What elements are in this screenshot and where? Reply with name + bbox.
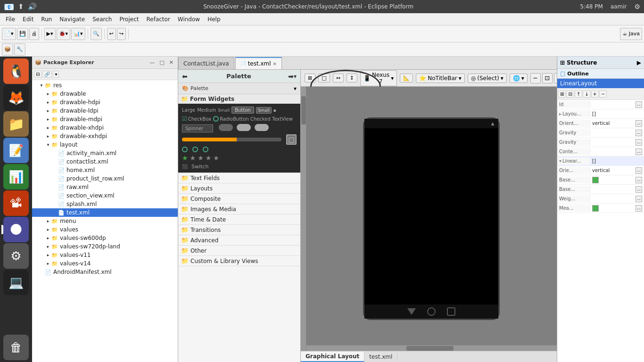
prop-value-gravity1[interactable]: … xyxy=(590,129,644,137)
prop-more-orie[interactable]: … xyxy=(636,167,642,174)
profile-btn[interactable]: 📊▾ xyxy=(71,28,85,40)
menu-refactor[interactable]: Refactor xyxy=(142,15,173,24)
tab-xml-source[interactable]: test.xml xyxy=(364,352,397,362)
dock-spreadsheet[interactable]: 📊 xyxy=(3,164,29,189)
palette-cat-other[interactable]: 📁 Other xyxy=(178,246,300,256)
tree-item-androidmanifest[interactable]: ▸ 📄 AndroidManifest.xml xyxy=(32,268,178,276)
save-btn[interactable]: 💾 xyxy=(17,28,28,40)
tab-testxml[interactable]: 📄 test.xml ✕ xyxy=(235,57,282,69)
structure-linearlayout[interactable]: LinearLayout xyxy=(557,79,644,89)
debug-btn[interactable]: 🐞▾ xyxy=(57,28,71,40)
dock-settings[interactable]: ⚙ xyxy=(3,243,29,269)
zoom-in-btn[interactable]: + xyxy=(554,73,557,83)
toolbar2-btn2[interactable]: 🔧 xyxy=(14,43,25,56)
prop-btn4[interactable]: ↓ xyxy=(583,90,590,98)
screen-size-btn[interactable]: 📐 xyxy=(400,74,413,82)
palette-cat-images-media[interactable]: 📁 Images & Media xyxy=(178,204,300,214)
menu-edit[interactable]: Edit xyxy=(19,15,37,24)
tree-item-raw[interactable]: ▸ 📄 raw.xml xyxy=(32,183,178,191)
prop-btn5[interactable]: + xyxy=(591,90,599,98)
menu-run[interactable]: Run xyxy=(37,15,56,24)
dock-ubuntu[interactable]: 🐧 xyxy=(3,58,29,84)
palette-collapse-icon[interactable]: ▾ xyxy=(294,73,297,80)
prop-value-weig[interactable]: … xyxy=(590,195,644,203)
tree-item-product-list-row[interactable]: ▸ 📄 product_list_row.xml xyxy=(32,174,178,183)
menu-window[interactable]: Window xyxy=(174,15,204,24)
prop-btn6[interactable]: − xyxy=(599,90,607,98)
tree-item-values-sw600dp[interactable]: ▸ 📁 values-sw600dp xyxy=(32,234,178,242)
minimize-pe-btn[interactable]: — xyxy=(148,59,156,66)
palette-cat-layouts[interactable]: 📁 Layouts xyxy=(178,183,300,194)
hscroll-thumb[interactable] xyxy=(406,346,454,351)
prop-btn2[interactable]: ⊟ xyxy=(566,90,574,98)
prop-value-orient[interactable]: vertical … xyxy=(590,119,644,128)
expand-layout-icon[interactable]: ▸ xyxy=(559,111,561,116)
tree-item-res[interactable]: ▾ 📁 res xyxy=(32,81,178,90)
menu-file[interactable]: File xyxy=(2,15,19,24)
prop-btn3[interactable]: ↑ xyxy=(575,90,582,98)
tree-item-values[interactable]: ▸ 📁 values xyxy=(32,225,178,234)
canvas-vscrollbar[interactable] xyxy=(301,87,306,351)
activity-selector-btn[interactable]: ◎ (Select) ▾ xyxy=(468,74,507,83)
menu-search[interactable]: Search xyxy=(89,15,116,24)
palette-sub-arrow[interactable]: ▾ xyxy=(294,85,297,92)
prop-more-gravity1[interactable]: … xyxy=(636,130,642,136)
tab-graphical-layout[interactable]: Graphical Layout xyxy=(301,352,364,362)
tree-item-drawable[interactable]: ▸ 📁 drawable xyxy=(32,90,178,98)
back-btn[interactable] xyxy=(407,308,416,315)
canvas-portrait-btn[interactable]: □ xyxy=(318,74,330,82)
prop-value-conte[interactable]: … xyxy=(590,148,644,156)
tree-item-activity-main[interactable]: ▸ 📄 activity_main.xml xyxy=(32,149,178,157)
search-btn[interactable]: 🔍 xyxy=(91,28,102,40)
menu-help[interactable]: Help xyxy=(204,15,224,24)
new-file-btn[interactable]: 📄▾ xyxy=(2,28,16,40)
palette-cat-transitions[interactable]: 📁 Transitions xyxy=(178,225,300,235)
tree-item-test-xml[interactable]: ▸ 📄 test.xml xyxy=(32,208,178,217)
prop-more-orient[interactable]: … xyxy=(636,120,642,127)
prop-more-id[interactable]: … xyxy=(636,101,642,108)
dock-trash[interactable]: 🗑 xyxy=(3,335,29,360)
dock-impress[interactable]: 📽 xyxy=(3,190,29,216)
close-pe-btn[interactable]: ✕ xyxy=(168,59,175,66)
prop-more-mea[interactable]: … xyxy=(636,205,642,212)
expand-structure-icon[interactable]: ▶ xyxy=(637,59,641,66)
zoom-out-btn[interactable]: − xyxy=(530,73,541,83)
dock-files[interactable]: 📁 xyxy=(3,111,29,137)
zoom-fit-btn[interactable]: ⊡ xyxy=(542,73,553,83)
prop-more-base2[interactable]: … xyxy=(636,186,642,193)
collapse-all-btn[interactable]: ⊟ xyxy=(34,71,41,78)
vscroll-thumb[interactable] xyxy=(301,96,306,124)
run-btn[interactable]: ▶▾ xyxy=(44,28,56,40)
device-selector-btn[interactable]: 📱 Nexus 7 ▾ xyxy=(360,70,397,86)
tree-item-drawable-ldpi[interactable]: ▸ 📁 drawable-ldpi xyxy=(32,107,178,115)
toolbar2-btn1[interactable]: 📦 xyxy=(2,43,13,56)
palette-cat-custom-library[interactable]: 📁 Custom & Library Views xyxy=(178,256,300,266)
canvas-hscrollbar[interactable] xyxy=(306,345,557,351)
tree-item-contactlist[interactable]: ▸ 📄 contactlist.xml xyxy=(32,157,178,166)
menu-navigate[interactable]: Navigate xyxy=(56,15,89,24)
prop-value-mea[interactable]: … xyxy=(590,204,644,213)
tree-item-drawable-hdpi[interactable]: ▸ 📁 drawable-hdpi xyxy=(32,98,178,107)
undo-btn[interactable]: ↩ xyxy=(107,28,116,40)
tree-item-layout[interactable]: ▾ 📁 layout xyxy=(32,140,178,149)
canvas-layout-btn[interactable]: ⊞ xyxy=(305,74,315,82)
prop-value-orie[interactable]: vertical … xyxy=(590,166,644,175)
prop-btn1[interactable]: ⊞ xyxy=(558,90,566,98)
tab-contactlist[interactable]: ContactList.java xyxy=(178,57,234,69)
locale-btn[interactable]: 🌐 ▾ xyxy=(510,74,528,83)
prop-more-gravity2[interactable]: … xyxy=(636,139,642,146)
palette-cat-text-fields[interactable]: 📁 Text Fields xyxy=(178,173,300,183)
redo-btn[interactable]: ↪ xyxy=(117,28,126,40)
tree-item-drawable-xhdpi[interactable]: ▸ 📁 drawable-xhdpi xyxy=(32,123,178,132)
tree-item-home[interactable]: ▸ 📄 home.xml xyxy=(32,166,178,174)
dock-libreoffice-writer[interactable]: 📝 xyxy=(3,138,29,163)
canvas-expand-btn[interactable]: ↔ xyxy=(333,74,344,82)
tree-item-splash[interactable]: ▸ 📄 splash.xml xyxy=(32,200,178,208)
prop-value-gravity2[interactable]: … xyxy=(590,138,644,147)
canvas-resize-btn[interactable]: ↕ xyxy=(347,74,357,82)
dock-terminal[interactable]: 💻 xyxy=(3,270,29,295)
prop-value-id[interactable]: … xyxy=(590,100,644,109)
home-btn[interactable] xyxy=(427,307,436,316)
tree-item-section-view[interactable]: ▸ 📄 section_view.xml xyxy=(32,191,178,200)
prop-more-weig[interactable]: … xyxy=(636,196,642,202)
